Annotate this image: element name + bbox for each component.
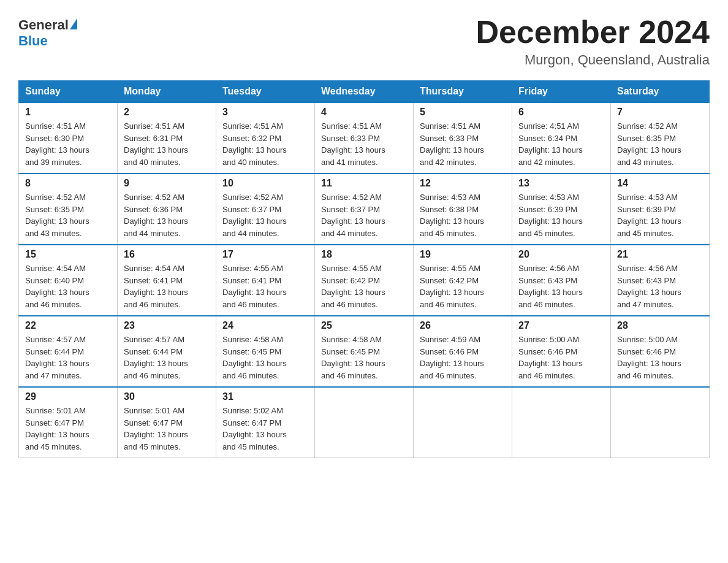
table-row: 24 Sunrise: 4:58 AM Sunset: 6:45 PM Dayl… [216,316,315,387]
table-row [512,387,611,458]
logo: General Blue [18,15,77,49]
logo-triangle-icon [70,18,77,29]
day-number: 5 [420,107,506,118]
day-number: 30 [124,391,210,402]
table-row: 31 Sunrise: 5:02 AM Sunset: 6:47 PM Dayl… [216,387,315,458]
day-info: Sunrise: 5:02 AM Sunset: 6:47 PM Dayligh… [222,405,308,453]
calendar-title: December 2024 [476,15,710,50]
day-info: Sunrise: 4:55 AM Sunset: 6:42 PM Dayligh… [321,262,407,310]
day-info: Sunrise: 4:54 AM Sunset: 6:41 PM Dayligh… [124,262,210,310]
day-number: 10 [222,178,308,189]
table-row: 29 Sunrise: 5:01 AM Sunset: 6:47 PM Dayl… [19,387,118,458]
title-area: December 2024 Murgon, Queensland, Austra… [476,15,710,68]
day-number: 4 [321,107,407,118]
table-row: 4 Sunrise: 4:51 AM Sunset: 6:33 PM Dayli… [315,102,414,174]
calendar-body: 1 Sunrise: 4:51 AM Sunset: 6:30 PM Dayli… [19,102,710,458]
table-row [611,387,710,458]
table-row: 23 Sunrise: 4:57 AM Sunset: 6:44 PM Dayl… [118,316,216,387]
day-number: 8 [25,178,111,189]
table-row [414,387,512,458]
table-row: 13 Sunrise: 4:53 AM Sunset: 6:39 PM Dayl… [512,174,611,245]
col-thursday: Thursday [414,81,512,103]
day-number: 27 [518,320,604,331]
day-number: 19 [420,249,506,260]
table-row: 22 Sunrise: 4:57 AM Sunset: 6:44 PM Dayl… [19,316,118,387]
table-row: 16 Sunrise: 4:54 AM Sunset: 6:41 PM Dayl… [118,245,216,316]
day-info: Sunrise: 4:55 AM Sunset: 6:41 PM Dayligh… [222,262,308,310]
calendar-subtitle: Murgon, Queensland, Australia [476,52,710,68]
page-header: General Blue December 2024 Murgon, Queen… [18,15,710,68]
day-info: Sunrise: 4:51 AM Sunset: 6:30 PM Dayligh… [25,120,111,168]
day-info: Sunrise: 4:55 AM Sunset: 6:42 PM Dayligh… [420,262,506,310]
day-info: Sunrise: 4:52 AM Sunset: 6:35 PM Dayligh… [617,120,703,168]
day-number: 1 [25,107,111,118]
table-row: 15 Sunrise: 4:54 AM Sunset: 6:40 PM Dayl… [19,245,118,316]
table-row: 9 Sunrise: 4:52 AM Sunset: 6:36 PM Dayli… [118,174,216,245]
day-info: Sunrise: 4:52 AM Sunset: 6:35 PM Dayligh… [25,191,111,239]
day-number: 7 [617,107,703,118]
table-row: 28 Sunrise: 5:00 AM Sunset: 6:46 PM Dayl… [611,316,710,387]
day-number: 24 [222,320,308,331]
day-number: 6 [518,107,604,118]
calendar-header: Sunday Monday Tuesday Wednesday Thursday… [19,81,710,103]
table-row: 26 Sunrise: 4:59 AM Sunset: 6:46 PM Dayl… [414,316,512,387]
table-row: 8 Sunrise: 4:52 AM Sunset: 6:35 PM Dayli… [19,174,118,245]
day-info: Sunrise: 4:53 AM Sunset: 6:39 PM Dayligh… [518,191,604,239]
col-friday: Friday [512,81,611,103]
day-number: 9 [124,178,210,189]
day-info: Sunrise: 4:57 AM Sunset: 6:44 PM Dayligh… [124,334,210,381]
day-number: 31 [222,391,308,402]
table-row: 21 Sunrise: 4:56 AM Sunset: 6:43 PM Dayl… [611,245,710,316]
day-info: Sunrise: 5:00 AM Sunset: 6:46 PM Dayligh… [518,334,604,381]
day-number: 2 [124,107,210,118]
table-row: 30 Sunrise: 5:01 AM Sunset: 6:47 PM Dayl… [118,387,216,458]
day-info: Sunrise: 4:56 AM Sunset: 6:43 PM Dayligh… [617,262,703,310]
day-number: 18 [321,249,407,260]
table-row [315,387,414,458]
day-number: 11 [321,178,407,189]
day-info: Sunrise: 5:01 AM Sunset: 6:47 PM Dayligh… [124,405,210,453]
day-info: Sunrise: 4:54 AM Sunset: 6:40 PM Dayligh… [25,262,111,310]
table-row: 11 Sunrise: 4:52 AM Sunset: 6:37 PM Dayl… [315,174,414,245]
day-info: Sunrise: 4:59 AM Sunset: 6:46 PM Dayligh… [420,334,506,381]
day-number: 29 [25,391,111,402]
day-number: 14 [617,178,703,189]
day-info: Sunrise: 4:58 AM Sunset: 6:45 PM Dayligh… [321,334,407,381]
day-number: 25 [321,320,407,331]
day-number: 15 [25,249,111,260]
day-info: Sunrise: 4:51 AM Sunset: 6:33 PM Dayligh… [321,120,407,168]
day-info: Sunrise: 4:51 AM Sunset: 6:33 PM Dayligh… [420,120,506,168]
table-row: 7 Sunrise: 4:52 AM Sunset: 6:35 PM Dayli… [611,102,710,174]
table-row: 3 Sunrise: 4:51 AM Sunset: 6:32 PM Dayli… [216,102,315,174]
day-number: 22 [25,320,111,331]
day-info: Sunrise: 4:51 AM Sunset: 6:32 PM Dayligh… [222,120,308,168]
table-row: 12 Sunrise: 4:53 AM Sunset: 6:38 PM Dayl… [414,174,512,245]
day-number: 12 [420,178,506,189]
table-row: 2 Sunrise: 4:51 AM Sunset: 6:31 PM Dayli… [118,102,216,174]
col-saturday: Saturday [611,81,710,103]
table-row: 19 Sunrise: 4:55 AM Sunset: 6:42 PM Dayl… [414,245,512,316]
day-number: 26 [420,320,506,331]
day-info: Sunrise: 5:01 AM Sunset: 6:47 PM Dayligh… [25,405,111,453]
col-sunday: Sunday [19,81,118,103]
table-row: 10 Sunrise: 4:52 AM Sunset: 6:37 PM Dayl… [216,174,315,245]
table-row: 6 Sunrise: 4:51 AM Sunset: 6:34 PM Dayli… [512,102,611,174]
day-info: Sunrise: 4:53 AM Sunset: 6:39 PM Dayligh… [617,191,703,239]
day-number: 28 [617,320,703,331]
col-wednesday: Wednesday [315,81,414,103]
day-info: Sunrise: 4:58 AM Sunset: 6:45 PM Dayligh… [222,334,308,381]
day-number: 20 [518,249,604,260]
table-row: 5 Sunrise: 4:51 AM Sunset: 6:33 PM Dayli… [414,102,512,174]
day-info: Sunrise: 5:00 AM Sunset: 6:46 PM Dayligh… [617,334,703,381]
day-number: 21 [617,249,703,260]
day-number: 3 [222,107,308,118]
table-row: 18 Sunrise: 4:55 AM Sunset: 6:42 PM Dayl… [315,245,414,316]
day-info: Sunrise: 4:53 AM Sunset: 6:38 PM Dayligh… [420,191,506,239]
day-info: Sunrise: 4:52 AM Sunset: 6:37 PM Dayligh… [222,191,308,239]
day-info: Sunrise: 4:56 AM Sunset: 6:43 PM Dayligh… [518,262,604,310]
day-info: Sunrise: 4:52 AM Sunset: 6:36 PM Dayligh… [124,191,210,239]
col-tuesday: Tuesday [216,81,315,103]
day-info: Sunrise: 4:52 AM Sunset: 6:37 PM Dayligh… [321,191,407,239]
table-row: 17 Sunrise: 4:55 AM Sunset: 6:41 PM Dayl… [216,245,315,316]
table-row: 27 Sunrise: 5:00 AM Sunset: 6:46 PM Dayl… [512,316,611,387]
